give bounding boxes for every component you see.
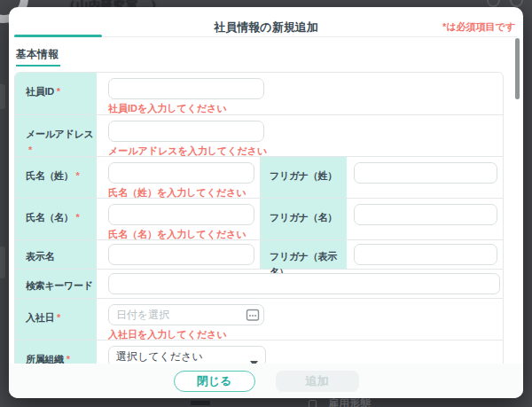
validation-message: 社員IDを入力してください xyxy=(108,102,503,115)
last-name-input[interactable] xyxy=(108,162,254,184)
content-cell: 氏名（姓）を入力してください xyxy=(97,157,260,198)
page-background: （山内研究室...） 雇用形態 社員情報の新規追加 *は必須項目です 基本情報 … xyxy=(0,0,532,407)
display-name-kana-input[interactable] xyxy=(354,244,497,265)
required-asterisk: * xyxy=(76,212,80,223)
validation-message: 氏名（名）を入力してください xyxy=(108,228,260,241)
table-row-search-keyword: 検索キーワード xyxy=(15,269,503,298)
table-row-display-name: 表示名 フリガナ（表示名） xyxy=(15,239,503,269)
label-cell-first-name: 氏名（名）* xyxy=(15,199,97,239)
add-employee-modal: 社員情報の新規追加 *は必須項目です 基本情報 社員ID* 社員IDを入力してく… xyxy=(9,7,523,398)
label-cell-employee-id: 社員ID* xyxy=(15,73,97,114)
table-row-last-name: 氏名（姓）* 氏名（姓）を入力してください フリガナ（姓） xyxy=(15,156,503,198)
background-dash xyxy=(191,401,210,405)
calendar-icon[interactable] xyxy=(246,308,260,322)
background-user-icon xyxy=(510,0,523,7)
content-cell xyxy=(97,270,503,298)
background-mark xyxy=(0,247,5,278)
label-cell-first-name-kana: フリガナ（名） xyxy=(260,199,347,239)
search-keyword-input[interactable] xyxy=(108,273,500,294)
background-mark xyxy=(0,84,5,109)
table-row-organization: 所属組織* 選択してください xyxy=(15,340,503,364)
content-cell: メールアドレスを入力してください xyxy=(97,115,503,156)
label-cell-search-keyword: 検索キーワード xyxy=(15,270,97,298)
required-fields-note: *は必須項目です xyxy=(442,20,515,34)
content-cell xyxy=(347,199,503,239)
modal-body: 基本情報 社員ID* 社員IDを入力してください メールアドレス* xyxy=(9,39,523,364)
first-name-kana-input[interactable] xyxy=(354,204,497,225)
validation-message: 入社日を入力してください xyxy=(108,328,503,341)
active-tab-indicator xyxy=(14,35,102,37)
section-title-basic-info: 基本情報 xyxy=(16,47,60,67)
email-input[interactable] xyxy=(108,121,264,142)
join-date-input[interactable] xyxy=(108,304,264,325)
employee-id-input[interactable] xyxy=(108,78,264,99)
label-cell-last-name: 氏名（姓）* xyxy=(15,157,97,198)
label-cell-join-date: 入社日* xyxy=(15,299,97,340)
modal-footer: 閉じる 追加 xyxy=(9,364,523,398)
label-cell-last-name-kana: フリガナ（姓） xyxy=(260,157,347,198)
background-checkbox xyxy=(309,400,317,407)
field-label: 所属組織 xyxy=(26,354,64,364)
field-label: メールアドレス xyxy=(26,129,93,139)
close-button[interactable]: 閉じる xyxy=(174,371,255,392)
last-name-kana-input[interactable] xyxy=(354,162,497,184)
table-row-first-name: 氏名（名）* 氏名（名）を入力してください フリガナ（名） xyxy=(15,198,503,239)
field-label: フリガナ（姓） xyxy=(270,170,337,181)
scrollbar-thumb[interactable] xyxy=(515,38,520,99)
required-asterisk: * xyxy=(66,354,70,364)
validation-message: メールアドレスを入力してください xyxy=(108,145,503,158)
employee-form-table: 社員ID* 社員IDを入力してください メールアドレス* メールアドレスを入力し… xyxy=(14,72,504,364)
chevron-down-icon xyxy=(250,354,258,359)
content-cell xyxy=(347,240,503,269)
table-row-employee-id: 社員ID* 社員IDを入力してください xyxy=(15,73,503,114)
background-help-icon xyxy=(487,0,500,7)
organization-select[interactable]: 選択してください xyxy=(108,346,266,364)
field-label: 検索キーワード xyxy=(26,280,93,291)
content-cell xyxy=(347,157,503,198)
content-cell: 氏名（名）を入力してください xyxy=(97,199,260,239)
content-cell: 選択してください xyxy=(97,340,503,364)
field-label: 入社日 xyxy=(26,312,54,323)
required-asterisk: * xyxy=(28,145,32,155)
required-asterisk: * xyxy=(57,86,60,97)
label-cell-display-name-kana: フリガナ（表示名） xyxy=(260,240,347,269)
label-cell-organization: 所属組織* xyxy=(15,340,97,364)
field-label: 表示名 xyxy=(26,251,54,262)
field-label: フリガナ（名） xyxy=(270,212,337,223)
field-label: 氏名（姓） xyxy=(26,170,74,181)
table-row-join-date: 入社日* xyxy=(15,298,503,340)
validation-message: 氏名（姓）を入力してください xyxy=(108,186,260,200)
content-cell xyxy=(97,240,260,269)
field-label: 氏名（名） xyxy=(26,212,74,223)
label-cell-display-name: 表示名 xyxy=(15,240,97,269)
content-cell: 入社日を入力してください xyxy=(97,299,503,340)
display-name-input[interactable] xyxy=(108,244,254,265)
select-value: 選択してください xyxy=(116,349,250,364)
date-picker-field xyxy=(108,304,264,325)
first-name-input[interactable] xyxy=(108,204,254,225)
table-row-email: メールアドレス* メールアドレスを入力してください xyxy=(15,114,503,156)
field-label: 社員ID xyxy=(26,86,54,97)
add-button[interactable]: 追加 xyxy=(276,371,359,392)
required-asterisk: * xyxy=(57,312,60,323)
label-cell-email: メールアドレス* xyxy=(15,115,97,156)
content-cell: 社員IDを入力してください xyxy=(97,73,503,114)
required-asterisk: * xyxy=(76,170,80,181)
